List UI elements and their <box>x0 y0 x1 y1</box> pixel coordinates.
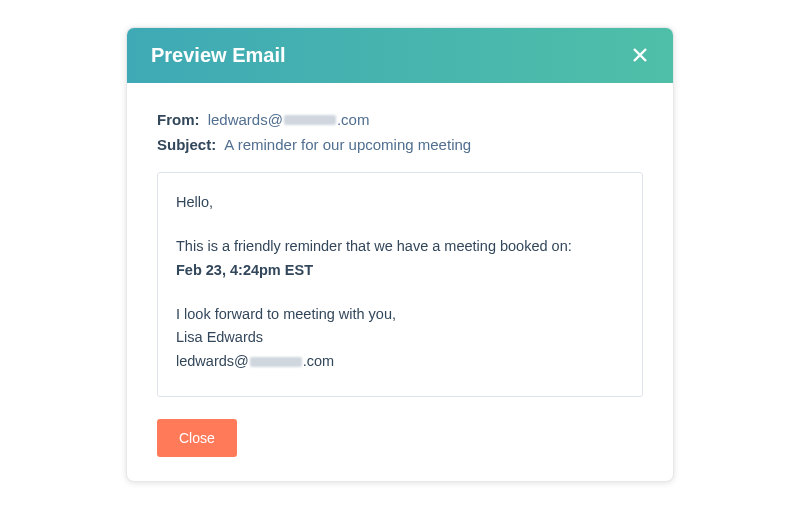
from-row: From: ledwards@.com <box>157 107 643 133</box>
reminder-block: This is a friendly reminder that we have… <box>176 235 624 283</box>
preview-email-modal: Preview Email From: ledwards@.com Subjec… <box>126 27 674 483</box>
redacted-domain <box>250 357 302 367</box>
from-label: From: <box>157 111 200 128</box>
modal-title: Preview Email <box>151 44 286 67</box>
meeting-time: Feb 23, 4:24pm EST <box>176 259 624 283</box>
email-body: Hello, This is a friendly reminder that … <box>157 172 643 398</box>
modal-body: From: ledwards@.com Subject: A reminder … <box>127 83 673 482</box>
sender-name: Lisa Edwards <box>176 326 624 350</box>
greeting: Hello, <box>176 191 624 215</box>
close-icon[interactable] <box>631 46 649 64</box>
from-value: ledwards@.com <box>208 111 370 128</box>
signature-block: I look forward to meeting with you, Lisa… <box>176 303 624 375</box>
subject-row: Subject: A reminder for our upcoming mee… <box>157 132 643 158</box>
close-button[interactable]: Close <box>157 419 237 457</box>
closing-line: I look forward to meeting with you, <box>176 303 624 327</box>
modal-footer: Close <box>157 419 643 457</box>
redacted-domain <box>284 115 336 125</box>
reminder-intro: This is a friendly reminder that we have… <box>176 235 624 259</box>
from-prefix: ledwards@ <box>208 111 283 128</box>
modal-header: Preview Email <box>127 28 673 83</box>
sender-email: ledwards@.com <box>176 350 624 374</box>
from-suffix: .com <box>337 111 370 128</box>
subject-label: Subject: <box>157 136 216 153</box>
sender-email-suffix: .com <box>303 353 334 369</box>
subject-value: A reminder for our upcoming meeting <box>224 136 471 153</box>
sender-email-prefix: ledwards@ <box>176 353 249 369</box>
